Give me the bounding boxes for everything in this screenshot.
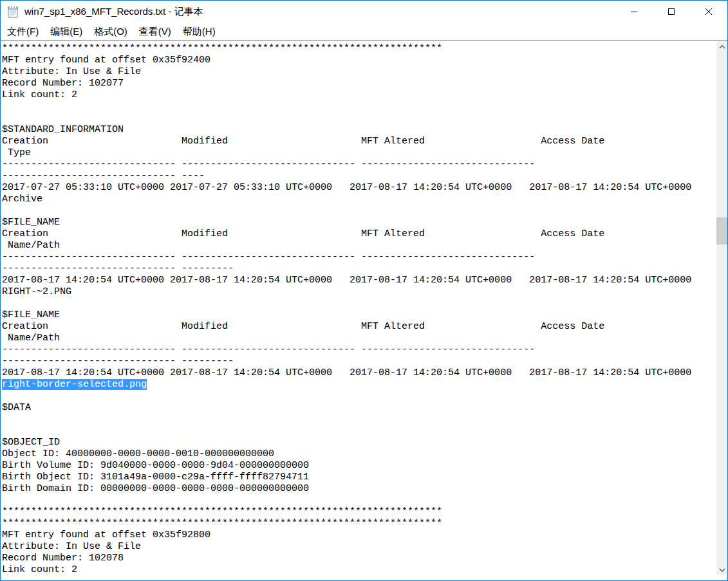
text-line: MFT entry found at offset 0x35f92400 [2,55,716,66]
text-line: RIGHT-~2.PNG [2,286,716,298]
window-title: win7_sp1_x86_MFT_Records.txt - 记事本 [24,6,203,18]
text-line: Creation Modified MFT Altered Access Dat… [2,321,716,333]
text-line: Attribute: In Use & File [2,541,716,553]
text-line: Type [2,147,716,159]
scrollbar-thumb[interactable] [716,217,727,244]
text-line: Record Number: 102078 [2,553,716,564]
text-line: ------------------------------ ---------… [2,159,716,171]
text-line [2,391,716,402]
text-line: $FILE_NAME [2,309,716,321]
text-line: 2017-08-17 14:20:54 UTC+0000 2017-08-17 … [2,367,716,379]
text-content[interactable]: ****************************************… [1,41,716,580]
notepad-window: win7_sp1_x86_MFT_Records.txt - 记事本 文件(F)… [0,0,728,581]
menu-item-view[interactable]: 查看(V) [133,24,177,40]
text-line: Name/Path [2,333,716,344]
text-line: Record Number: 102077 [2,78,716,89]
menu-item-format[interactable]: 格式(O) [88,24,133,40]
text-line: Attribute: In Use & File [2,66,716,78]
text-line: ------------------------------ ---------… [2,344,716,356]
text-line: $DATA [2,402,716,414]
text-line [2,101,716,113]
text-line: MFT entry found at offset 0x35f92800 [2,530,716,541]
text-line: $STANDARD_INFORMATION [2,124,716,136]
text-line: Creation Modified MFT Altered Access Dat… [2,136,716,147]
text-line [2,113,716,124]
chevron-down-icon [719,568,725,572]
text-line: 2017-07-27 05:33:10 UTC+0000 2017-07-27 … [2,182,716,194]
text-line: ------------------------------ ---------… [2,252,716,263]
close-button[interactable] [690,1,727,23]
text-line: ****************************************… [2,518,716,530]
text-line: Name/Path [2,240,716,252]
text-line: Creation Modified MFT Altered Access Dat… [2,228,716,240]
title-bar: win7_sp1_x86_MFT_Records.txt - 记事本 [1,1,727,23]
selected-text: right-border-selected.png [2,379,147,390]
close-icon [705,8,713,15]
text-line: ------------------------------ --------- [2,356,716,367]
menu-bar: 文件(F)编辑(E)格式(O)查看(V)帮助(H) [1,23,727,41]
text-line: Birth Object ID: 3101a49a-0000-c29a-ffff… [2,472,716,483]
menu-item-edit[interactable]: 编辑(E) [44,24,88,40]
notepad-icon [6,5,19,18]
text-line [2,298,716,309]
text-line: $OBJECT_ID [2,437,716,448]
text-line: ------------------------------ --------- [2,263,716,275]
text-line: ****************************************… [2,506,716,518]
text-line: Birth Volume ID: 9d040000-0000-0000-9d04… [2,460,716,472]
text-line: 2017-08-17 14:20:54 UTC+0000 2017-08-17 … [2,275,716,286]
text-line: $FILE_NAME [2,217,716,228]
text-line [2,425,716,437]
text-line: Object ID: 40000000-0000-0000-0010-00000… [2,448,716,460]
vertical-scrollbar[interactable] [716,41,727,575]
text-line: ------------------------------ ---- [2,171,716,182]
editor[interactable]: ****************************************… [1,41,727,580]
text-line: right-border-selected.png [2,379,716,391]
menu-item-help[interactable]: 帮助(H) [177,24,221,40]
text-line: Archive [2,194,716,205]
minimize-button[interactable] [615,1,653,23]
text-line [2,205,716,217]
text-line [2,495,716,506]
text-line: Link count: 2 [2,564,716,576]
scroll-down-button[interactable] [716,564,727,575]
chevron-up-icon [719,45,725,49]
text-line [2,414,716,425]
minimize-icon [630,8,638,15]
menu-item-file[interactable]: 文件(F) [1,24,44,40]
text-line: Link count: 2 [2,89,716,101]
maximize-button[interactable] [653,1,690,23]
text-line: ****************************************… [2,43,716,55]
scroll-up-button[interactable] [716,41,727,52]
window-controls [615,1,727,23]
text-line: Birth Domain ID: 00000000-0000-0000-0000… [2,483,716,495]
maximize-icon [667,8,675,15]
